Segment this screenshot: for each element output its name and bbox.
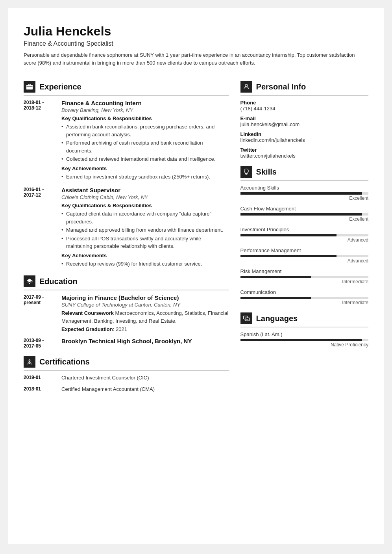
skill-1: Cash Flow Management Excellent	[240, 206, 368, 222]
skill-name-1: Cash Flow Management	[240, 206, 368, 212]
skill-name-2: Investment Principles	[240, 227, 368, 232]
cert-body-2: Certified Management Accountant (CMA)	[61, 386, 229, 392]
skill-level-4: Intermediate	[240, 279, 368, 284]
education-entry-2: 2013-09 - 2017-05 Brooklyn Technical Hig…	[24, 338, 229, 349]
skill-5: Communication Intermediate	[240, 289, 368, 305]
skill-level-3: Advanced	[240, 258, 368, 264]
personal-info-icon	[240, 81, 252, 93]
skills-header: Skills	[240, 166, 368, 181]
header-section: Julia Henckels Finance & Accounting Spec…	[24, 24, 368, 74]
resume-page: Julia Henckels Finance & Accounting Spec…	[8, 8, 384, 544]
skill-bar-0	[240, 192, 368, 195]
qual-item-1-1: Performed archiving of cash receipts and…	[61, 139, 229, 154]
languages-icon	[240, 312, 252, 324]
linkedin-value: linkedin.com/in/juliahenckels	[240, 137, 368, 143]
education-section: Education 2017-09 - present Majoring in …	[24, 275, 229, 349]
experience-title: Experience	[39, 82, 81, 91]
skill-0: Accounting Skills Excellent	[240, 185, 368, 201]
language-bar-0	[240, 339, 368, 341]
job-title-1: Finance & Accounting Intern	[61, 100, 229, 106]
skill-level-0: Excellent	[240, 195, 368, 201]
ach-list-1: Earned top investment strategy sandbox r…	[61, 173, 229, 181]
coursework-1: Relevant Coursework Macroeconomics, Acco…	[61, 309, 229, 325]
candidate-title: Finance & Accounting Specialist	[24, 40, 368, 47]
education-title: Education	[39, 277, 78, 286]
education-header: Education	[24, 275, 229, 290]
skill-level-1: Excellent	[240, 216, 368, 222]
company-1: Bowery Banking, New York, NY	[61, 107, 229, 113]
skill-4: Risk Management Intermediate	[240, 268, 368, 284]
skill-bar-4	[240, 276, 368, 278]
certifications-header: Certifications	[24, 356, 229, 371]
svg-point-6	[29, 361, 30, 362]
education-body-1: Majoring in Finance (Bachelor of Science…	[61, 294, 229, 332]
skill-fill-5	[240, 297, 311, 299]
company-2: Chloe's Clothing Cabin, New York, NY	[61, 194, 229, 200]
qual-item-1-0: Assisted in bank reconciliations, proces…	[61, 123, 229, 138]
twitter-label: Twitter	[240, 147, 368, 153]
svg-point-7	[245, 84, 248, 87]
ach-label-1: Key Achievements	[61, 165, 229, 171]
qual-item-2-1: Managed and approved billing from vendor…	[61, 226, 229, 234]
cert-entry-1: 2019-01 Chartered Investment Counselor (…	[24, 375, 229, 381]
candidate-summary: Personable and dependable finance sophom…	[24, 51, 368, 67]
language-name-0: Spanish (Lat. Am.)	[240, 331, 368, 337]
qual-list-1: Assisted in bank reconciliations, proces…	[61, 123, 229, 163]
grad-line-1: Expected Graduation: 2021	[61, 326, 229, 332]
skill-level-2: Advanced	[240, 237, 368, 243]
qual-label-2: Key Qualifications & Responsibilities	[61, 203, 229, 208]
language-0: Spanish (Lat. Am.) Native Proficiency	[240, 331, 368, 348]
language-fill-0	[240, 339, 362, 341]
skill-fill-0	[240, 192, 362, 195]
certifications-title: Certifications	[39, 357, 90, 366]
grad-year-1: : 2021	[113, 326, 127, 332]
school-1: SUNY College of Technology at Canton, Ca…	[61, 302, 229, 308]
skills-title: Skills	[256, 167, 277, 177]
qual-item-1-2: Collected and reviewed international mar…	[61, 155, 229, 163]
languages-title: Languages	[256, 314, 298, 323]
skill-fill-2	[240, 234, 337, 236]
email-value: julia.henckels@gmail.com	[240, 121, 368, 127]
cert-date-2: 2018-01	[24, 386, 55, 392]
skill-fill-3	[240, 255, 337, 257]
education-entry-1: 2017-09 - present Majoring in Finance (B…	[24, 294, 229, 332]
education-body-2: Brooklyn Technical High School, Brooklyn…	[61, 338, 229, 349]
experience-icon	[24, 81, 35, 93]
qual-item-2-0: Captured client data in accordance with …	[61, 210, 229, 225]
education-date-2: 2013-09 - 2017-05	[24, 338, 55, 349]
experience-entry-1: 2018-01 - 2018-12 Finance & Accounting I…	[24, 100, 229, 181]
experience-body-2: Assistant Supervisor Chloe's Clothing Ca…	[61, 187, 229, 268]
job-title-2: Assistant Supervisor	[61, 187, 229, 193]
cert-name-1: Chartered Investment Counselor (CIC)	[61, 375, 229, 381]
grad-label-1: Expected Graduation	[61, 326, 113, 332]
linkedin-label: LinkedIn	[240, 131, 368, 137]
twitter-value: twitter.com/juliahenckels	[240, 153, 368, 159]
skill-name-3: Performance Management	[240, 247, 368, 253]
skill-name-5: Communication	[240, 289, 368, 295]
svg-rect-0	[27, 86, 33, 90]
left-column: Experience 2018-01 - 2018-12 Finance & A…	[24, 81, 229, 399]
personal-info-title: Personal Info	[256, 82, 306, 91]
coursework-label-1: Relevant Coursework	[61, 310, 114, 316]
experience-entry-2: 2016-01 - 2017-12 Assistant Supervisor C…	[24, 187, 229, 268]
experience-date-2: 2016-01 - 2017-12	[24, 187, 55, 268]
ach-item-2-0: Received top reviews (99%) for friendlie…	[61, 260, 229, 268]
certifications-section: Certifications 2019-01 Chartered Investm…	[24, 356, 229, 392]
languages-header: Languages	[240, 312, 368, 327]
right-column: Personal Info Phone (718) 444-1234 E-mai…	[240, 81, 368, 399]
languages-section: Languages Spanish (Lat. Am.) Native Prof…	[240, 312, 368, 348]
experience-body-1: Finance & Accounting Intern Bowery Banki…	[61, 100, 229, 181]
skill-fill-4	[240, 276, 311, 278]
skill-bar-5	[240, 297, 368, 299]
personal-info-phone: Phone (718) 444-1234	[240, 100, 368, 112]
ach-label-2: Key Achievements	[61, 253, 229, 258]
qual-list-2: Captured client data in accordance with …	[61, 210, 229, 250]
cert-name-2: Certified Management Accountant (CMA)	[61, 386, 229, 392]
skill-bar-1	[240, 213, 368, 216]
experience-header: Experience	[24, 81, 229, 96]
ach-list-2: Received top reviews (99%) for friendlie…	[61, 260, 229, 268]
skill-bar-2	[240, 234, 368, 236]
skill-name-4: Risk Management	[240, 268, 368, 274]
cert-body-1: Chartered Investment Counselor (CIC)	[61, 375, 229, 381]
skill-name-0: Accounting Skills	[240, 185, 368, 191]
